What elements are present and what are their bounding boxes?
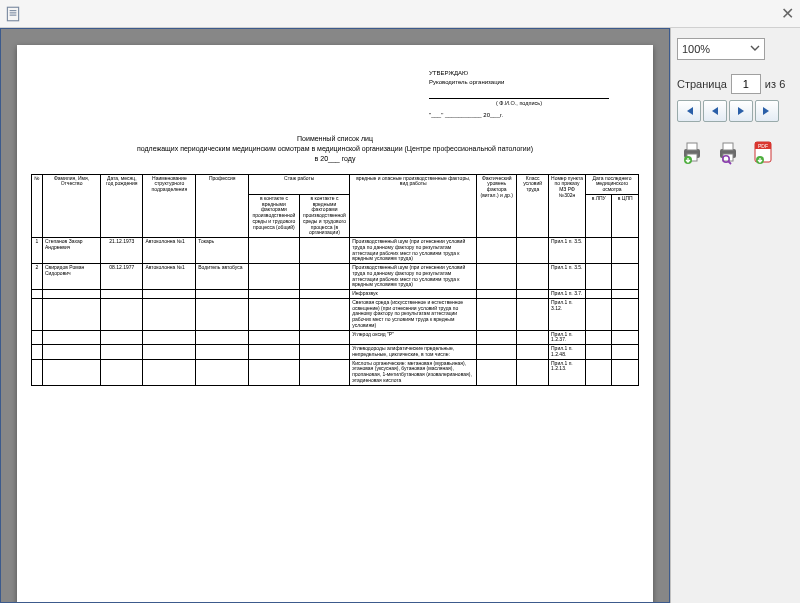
- table-row: 2Свиридов Роман Сидорович08.12.1977Авток…: [32, 264, 639, 290]
- cell-dob: [101, 359, 143, 385]
- cell-dept: [143, 359, 196, 385]
- title-line-2: подлежащих периодическим медицинским осм…: [31, 144, 639, 154]
- cell-s1: [249, 330, 300, 345]
- cell-factor: Углерод оксид "Р": [350, 330, 477, 345]
- cell-dept: [143, 330, 196, 345]
- cell-d1: [586, 290, 612, 299]
- prev-page-button[interactable]: [703, 100, 727, 122]
- col-order: Номер пункта по приказу МЗ РФ №302н: [549, 174, 586, 238]
- col-dept: Наименование структурного подразделения: [143, 174, 196, 238]
- cell-factor: Световая среда (искусственное и естестве…: [350, 298, 477, 330]
- cell-s2: [299, 290, 350, 299]
- cell-s2: [299, 330, 350, 345]
- next-page-button[interactable]: [729, 100, 753, 122]
- page-nav-buttons: [677, 100, 794, 122]
- document-page: УТВЕРЖДАЮ Руководитель организации ( Ф.И…: [17, 45, 653, 603]
- cell-n: [32, 290, 43, 299]
- preview-viewport: УТВЕРЖДАЮ Руководитель организации ( Ф.И…: [0, 28, 670, 603]
- title-line-1: Поименный список лиц: [31, 134, 639, 144]
- cell-d1: [586, 298, 612, 330]
- cell-lvl: [477, 359, 517, 385]
- approve-date: "___" ___________ 20___г.: [429, 111, 609, 120]
- cell-prof: [196, 290, 249, 299]
- cell-cls: [517, 238, 549, 264]
- cell-dob: [101, 298, 143, 330]
- cell-dept: [143, 298, 196, 330]
- cell-cls: [517, 330, 549, 345]
- cell-n: [32, 298, 43, 330]
- close-icon[interactable]: ✕: [781, 4, 794, 23]
- cell-d1: [586, 264, 612, 290]
- col-stage: Стаж работы: [249, 174, 350, 194]
- cell-s1: [249, 290, 300, 299]
- cell-fio: [42, 298, 100, 330]
- col-stage-org: в контакте с вредными факторами производ…: [299, 194, 350, 237]
- cell-d2: [612, 359, 639, 385]
- zoom-select[interactable]: 100%: [677, 38, 765, 60]
- chevron-down-icon: [750, 43, 760, 55]
- table-row: 1Степанов Захар Андреевич21.12.1973Авток…: [32, 238, 639, 264]
- cell-d2: [612, 238, 639, 264]
- cell-order: Прил.1 п. 3.5.: [549, 264, 586, 290]
- cell-lvl: [477, 238, 517, 264]
- doc-icon: [4, 5, 22, 23]
- export-buttons: PDF: [677, 138, 794, 166]
- cell-fio: [42, 359, 100, 385]
- col-dob: Дата, месяц, год рождения: [101, 174, 143, 238]
- cell-n: 2: [32, 264, 43, 290]
- cell-s1: [249, 238, 300, 264]
- cell-dob: [101, 290, 143, 299]
- cell-cls: [517, 298, 549, 330]
- page-total-number: 6: [779, 78, 785, 90]
- cell-lvl: [477, 264, 517, 290]
- page-input[interactable]: [731, 74, 761, 94]
- fio-hint: ( Ф.И.О., подпись): [429, 99, 609, 107]
- page-total-prefix: из: [765, 78, 776, 90]
- zoom-value: 100%: [682, 43, 710, 55]
- cell-s1: [249, 264, 300, 290]
- app-toolbar: ✕: [0, 0, 800, 28]
- header-row-1: № Фамилия, Имя, Отчество Дата, месяц, го…: [32, 174, 639, 194]
- cell-s1: [249, 359, 300, 385]
- export-pdf-button[interactable]: PDF: [749, 138, 779, 166]
- svg-line-12: [729, 162, 732, 165]
- sidebar: 100% Страница из 6 PDF: [670, 28, 800, 603]
- cell-factor: Углеводороды алифатические предельные, н…: [350, 345, 477, 360]
- cell-dob: 08.12.1977: [101, 264, 143, 290]
- cell-factor: Производственный шум (при отнесении усло…: [350, 238, 477, 264]
- svg-rect-9: [723, 143, 733, 150]
- svg-text:PDF: PDF: [758, 143, 768, 149]
- col-class: Класс условий труда: [517, 174, 549, 238]
- cell-d2: [612, 330, 639, 345]
- cell-lvl: [477, 290, 517, 299]
- cell-factor: Кислоты органические: метановая (муравьи…: [350, 359, 477, 385]
- page-total: из 6: [765, 78, 785, 90]
- print-search-button[interactable]: [713, 138, 743, 166]
- cell-dept: Автоколонна №1: [143, 264, 196, 290]
- cell-order: Прил.1 п. 3.7.: [549, 290, 586, 299]
- approve-subtitle: Руководитель организации: [429, 78, 609, 87]
- last-page-button[interactable]: [755, 100, 779, 122]
- employees-table: № Фамилия, Имя, Отчество Дата, месяц, го…: [31, 174, 639, 386]
- col-level: Фактический уровень фактора (витал.) и д…: [477, 174, 517, 238]
- cell-prof: Токарь: [196, 238, 249, 264]
- cell-s2: [299, 264, 350, 290]
- cell-fio: [42, 345, 100, 360]
- cell-fio: [42, 290, 100, 299]
- cell-cls: [517, 345, 549, 360]
- cell-order: Прил.1 п. 1.2.37.: [549, 330, 586, 345]
- table-row: Кислоты органические: метановая (муравьи…: [32, 359, 639, 385]
- cell-s2: [299, 298, 350, 330]
- first-page-button[interactable]: [677, 100, 701, 122]
- cell-s2: [299, 345, 350, 360]
- cell-fio: [42, 330, 100, 345]
- print-button[interactable]: [677, 138, 707, 166]
- cell-s1: [249, 298, 300, 330]
- cell-prof: [196, 298, 249, 330]
- col-factors: вредные и опасные производственные факто…: [350, 174, 477, 238]
- approval-block: УТВЕРЖДАЮ Руководитель организации ( Ф.И…: [429, 69, 609, 120]
- date-left: "___" ___________: [429, 112, 482, 118]
- cell-d2: [612, 345, 639, 360]
- svg-rect-0: [7, 7, 18, 21]
- cell-prof: [196, 345, 249, 360]
